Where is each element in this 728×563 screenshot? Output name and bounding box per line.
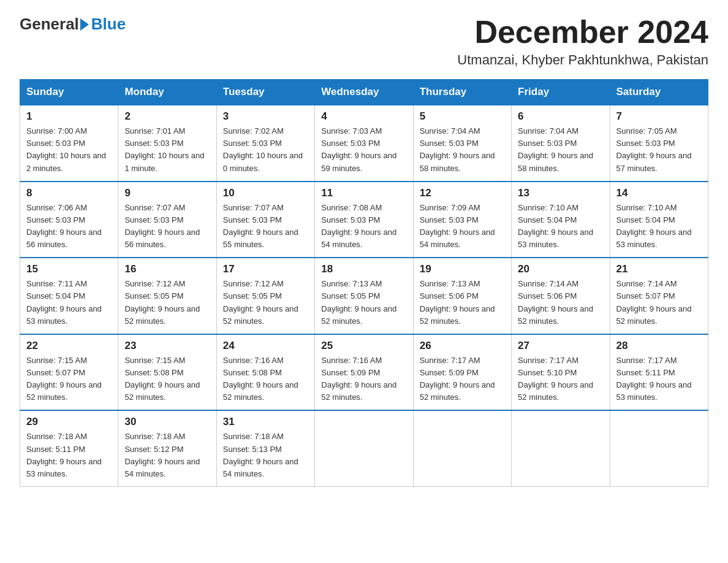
day-number: 9 — [124, 187, 210, 199]
logo: General Blue — [20, 15, 126, 34]
day-cell-6: 6 Sunrise: 7:04 AMSunset: 5:03 PMDayligh… — [512, 105, 610, 182]
day-number: 13 — [518, 187, 603, 199]
day-info: Sunrise: 7:17 AMSunset: 5:10 PMDaylight:… — [518, 356, 593, 402]
day-info: Sunrise: 7:15 AMSunset: 5:07 PMDaylight:… — [26, 356, 102, 402]
day-cell-26: 26 Sunrise: 7:17 AMSunset: 5:09 PMDaylig… — [413, 334, 511, 411]
header-friday: Friday — [512, 80, 610, 105]
day-cell-8: 8 Sunrise: 7:06 AMSunset: 5:03 PMDayligh… — [20, 182, 118, 258]
logo-blue: Blue — [91, 15, 126, 34]
header-monday: Monday — [118, 80, 216, 105]
day-number: 3 — [223, 110, 308, 123]
day-cell-15: 15 Sunrise: 7:11 AMSunset: 5:04 PMDaylig… — [20, 258, 118, 334]
day-number: 7 — [616, 110, 702, 123]
week-row-1: 1 Sunrise: 7:00 AMSunset: 5:03 PMDayligh… — [20, 105, 708, 182]
logo-general: General — [20, 15, 79, 34]
day-number: 16 — [124, 263, 210, 275]
day-info: Sunrise: 7:04 AMSunset: 5:03 PMDaylight:… — [420, 126, 495, 172]
day-info: Sunrise: 7:04 AMSunset: 5:03 PMDaylight:… — [518, 126, 593, 172]
day-number: 31 — [223, 416, 308, 428]
day-info: Sunrise: 7:03 AMSunset: 5:03 PMDaylight:… — [321, 126, 396, 172]
header-sunday: Sunday — [20, 80, 118, 105]
day-cell-18: 18 Sunrise: 7:13 AMSunset: 5:05 PMDaylig… — [315, 258, 413, 334]
day-cell-23: 23 Sunrise: 7:15 AMSunset: 5:08 PMDaylig… — [118, 334, 216, 411]
day-info: Sunrise: 7:10 AMSunset: 5:04 PMDaylight:… — [518, 203, 593, 249]
location-subtitle: Utmanzai, Khyber Pakhtunkhwa, Pakistan — [457, 52, 708, 68]
page-header: General Blue December 2024 Utmanzai, Khy… — [20, 15, 708, 68]
logo-arrow-icon — [80, 18, 89, 31]
day-cell-4: 4 Sunrise: 7:03 AMSunset: 5:03 PMDayligh… — [315, 105, 413, 182]
day-cell-16: 16 Sunrise: 7:12 AMSunset: 5:05 PMDaylig… — [118, 258, 216, 334]
day-number: 21 — [616, 263, 702, 275]
day-number: 25 — [321, 340, 406, 352]
day-cell-24: 24 Sunrise: 7:16 AMSunset: 5:08 PMDaylig… — [216, 334, 314, 411]
empty-cell — [413, 410, 511, 486]
day-info: Sunrise: 7:09 AMSunset: 5:03 PMDaylight:… — [420, 203, 495, 249]
day-cell-21: 21 Sunrise: 7:14 AMSunset: 5:07 PMDaylig… — [610, 258, 708, 334]
day-info: Sunrise: 7:05 AMSunset: 5:03 PMDaylight:… — [616, 126, 692, 172]
day-info: Sunrise: 7:18 AMSunset: 5:12 PMDaylight:… — [124, 432, 200, 478]
header-row: SundayMondayTuesdayWednesdayThursdayFrid… — [20, 80, 708, 105]
day-cell-3: 3 Sunrise: 7:02 AMSunset: 5:03 PMDayligh… — [216, 105, 314, 182]
header-tuesday: Tuesday — [216, 80, 314, 105]
day-info: Sunrise: 7:00 AMSunset: 5:03 PMDaylight:… — [26, 126, 106, 172]
day-cell-17: 17 Sunrise: 7:12 AMSunset: 5:05 PMDaylig… — [216, 258, 314, 334]
day-info: Sunrise: 7:14 AMSunset: 5:07 PMDaylight:… — [616, 279, 692, 325]
day-number: 12 — [420, 187, 505, 199]
day-info: Sunrise: 7:13 AMSunset: 5:06 PMDaylight:… — [420, 279, 495, 325]
day-number: 8 — [26, 187, 112, 199]
empty-cell — [315, 410, 413, 486]
day-number: 11 — [321, 187, 406, 199]
day-info: Sunrise: 7:18 AMSunset: 5:11 PMDaylight:… — [26, 432, 102, 478]
day-cell-30: 30 Sunrise: 7:18 AMSunset: 5:12 PMDaylig… — [118, 410, 216, 486]
day-cell-27: 27 Sunrise: 7:17 AMSunset: 5:10 PMDaylig… — [512, 334, 610, 411]
day-info: Sunrise: 7:17 AMSunset: 5:09 PMDaylight:… — [420, 356, 495, 402]
day-cell-20: 20 Sunrise: 7:14 AMSunset: 5:06 PMDaylig… — [512, 258, 610, 334]
day-cell-12: 12 Sunrise: 7:09 AMSunset: 5:03 PMDaylig… — [413, 182, 511, 258]
day-number: 28 — [616, 340, 702, 352]
day-cell-1: 1 Sunrise: 7:00 AMSunset: 5:03 PMDayligh… — [20, 105, 118, 182]
header-saturday: Saturday — [610, 80, 708, 105]
day-info: Sunrise: 7:07 AMSunset: 5:03 PMDaylight:… — [124, 203, 200, 249]
day-cell-22: 22 Sunrise: 7:15 AMSunset: 5:07 PMDaylig… — [20, 334, 118, 411]
day-info: Sunrise: 7:11 AMSunset: 5:04 PMDaylight:… — [26, 279, 102, 325]
day-cell-5: 5 Sunrise: 7:04 AMSunset: 5:03 PMDayligh… — [413, 105, 511, 182]
day-info: Sunrise: 7:07 AMSunset: 5:03 PMDaylight:… — [223, 203, 298, 249]
day-info: Sunrise: 7:01 AMSunset: 5:03 PMDaylight:… — [124, 126, 204, 172]
day-cell-13: 13 Sunrise: 7:10 AMSunset: 5:04 PMDaylig… — [512, 182, 610, 258]
week-row-4: 22 Sunrise: 7:15 AMSunset: 5:07 PMDaylig… — [20, 334, 708, 411]
day-cell-9: 9 Sunrise: 7:07 AMSunset: 5:03 PMDayligh… — [118, 182, 216, 258]
month-title: December 2024 — [457, 15, 708, 50]
day-number: 29 — [26, 416, 112, 428]
day-cell-7: 7 Sunrise: 7:05 AMSunset: 5:03 PMDayligh… — [610, 105, 708, 182]
day-cell-29: 29 Sunrise: 7:18 AMSunset: 5:11 PMDaylig… — [20, 410, 118, 486]
week-row-3: 15 Sunrise: 7:11 AMSunset: 5:04 PMDaylig… — [20, 258, 708, 334]
day-number: 10 — [223, 187, 308, 199]
day-number: 20 — [518, 263, 603, 275]
day-info: Sunrise: 7:06 AMSunset: 5:03 PMDaylight:… — [26, 203, 102, 249]
day-number: 1 — [26, 110, 112, 123]
day-number: 5 — [420, 110, 505, 123]
day-number: 15 — [26, 263, 112, 275]
day-number: 26 — [420, 340, 505, 352]
day-number: 17 — [223, 263, 308, 275]
day-info: Sunrise: 7:08 AMSunset: 5:03 PMDaylight:… — [321, 203, 396, 249]
week-row-2: 8 Sunrise: 7:06 AMSunset: 5:03 PMDayligh… — [20, 182, 708, 258]
day-info: Sunrise: 7:15 AMSunset: 5:08 PMDaylight:… — [124, 356, 200, 402]
header-wednesday: Wednesday — [315, 80, 413, 105]
day-info: Sunrise: 7:13 AMSunset: 5:05 PMDaylight:… — [321, 279, 396, 325]
day-number: 6 — [518, 110, 603, 123]
day-cell-31: 31 Sunrise: 7:18 AMSunset: 5:13 PMDaylig… — [216, 410, 314, 486]
calendar-table: SundayMondayTuesdayWednesdayThursdayFrid… — [20, 79, 708, 487]
day-info: Sunrise: 7:16 AMSunset: 5:08 PMDaylight:… — [223, 356, 298, 402]
day-info: Sunrise: 7:12 AMSunset: 5:05 PMDaylight:… — [124, 279, 200, 325]
header-thursday: Thursday — [413, 80, 511, 105]
day-cell-19: 19 Sunrise: 7:13 AMSunset: 5:06 PMDaylig… — [413, 258, 511, 334]
day-info: Sunrise: 7:12 AMSunset: 5:05 PMDaylight:… — [223, 279, 298, 325]
day-number: 4 — [321, 110, 406, 123]
day-info: Sunrise: 7:17 AMSunset: 5:11 PMDaylight:… — [616, 356, 692, 402]
day-cell-25: 25 Sunrise: 7:16 AMSunset: 5:09 PMDaylig… — [315, 334, 413, 411]
day-number: 14 — [616, 187, 702, 199]
week-row-5: 29 Sunrise: 7:18 AMSunset: 5:11 PMDaylig… — [20, 410, 708, 486]
day-number: 30 — [124, 416, 210, 428]
day-number: 24 — [223, 340, 308, 352]
